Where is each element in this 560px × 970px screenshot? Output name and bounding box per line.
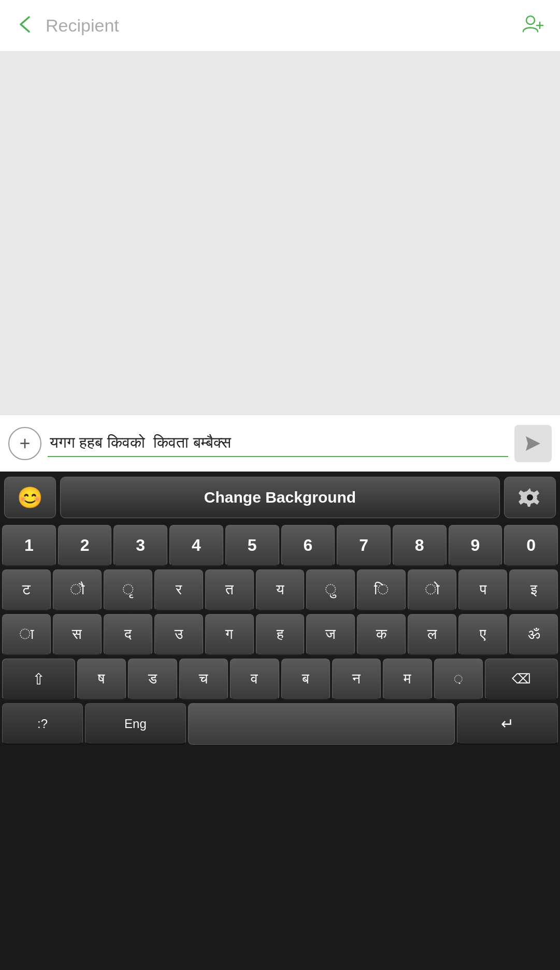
plus-icon: + — [19, 433, 30, 454]
key-i-vowel[interactable]: ि — [357, 569, 406, 611]
message-input-container — [48, 430, 508, 457]
symbols-key[interactable]: :? — [2, 703, 83, 745]
key-e[interactable]: ए — [458, 614, 507, 655]
keyboard-area: 😊 Change Background 1 2 3 4 5 6 7 8 9 0 … — [0, 472, 560, 970]
gear-icon — [519, 486, 541, 509]
key-om[interactable]: ॐ — [509, 614, 558, 655]
key-sa[interactable]: स — [53, 614, 102, 655]
key-sha[interactable]: ष — [77, 659, 126, 700]
lang-key[interactable]: Eng — [85, 703, 186, 745]
key-ra[interactable]: र — [154, 569, 203, 611]
key-aa-vowel[interactable]: ा — [2, 614, 51, 655]
chat-area — [0, 52, 560, 415]
key-ii[interactable]: इ — [509, 569, 558, 611]
key-va[interactable]: व — [230, 659, 279, 700]
attach-button[interactable]: + — [8, 427, 41, 460]
key-u[interactable]: ु — [306, 569, 355, 611]
key-0[interactable]: 0 — [504, 525, 558, 566]
key-4[interactable]: 4 — [169, 525, 223, 566]
key-ta[interactable]: त — [205, 569, 254, 611]
svg-point-5 — [527, 494, 533, 501]
key-na[interactable]: न — [332, 659, 381, 700]
key-ri[interactable]: ृ — [104, 569, 152, 611]
key-6[interactable]: 6 — [281, 525, 335, 566]
key-u-vowel[interactable]: उ — [154, 614, 203, 655]
change-bg-label: Change Background — [204, 489, 356, 506]
keyboard-top-row: 😊 Change Background — [0, 472, 560, 523]
svg-marker-3 — [526, 436, 540, 451]
back-button[interactable] — [15, 14, 35, 38]
key-1[interactable]: 1 — [2, 525, 56, 566]
key-ta-top[interactable]: ट — [2, 569, 51, 611]
key-au[interactable]: ौ — [53, 569, 102, 611]
key-da[interactable]: द — [104, 614, 152, 655]
change-bg-button[interactable]: Change Background — [60, 477, 500, 518]
key-2[interactable]: 2 — [58, 525, 112, 566]
message-input[interactable] — [50, 434, 506, 452]
key-o[interactable]: ो — [408, 569, 456, 611]
key-cha[interactable]: च — [179, 659, 228, 700]
enter-key[interactable]: ↵ — [457, 703, 558, 745]
bottom-row: :? Eng ↵ — [0, 702, 560, 746]
key-la[interactable]: ल — [408, 614, 456, 655]
settings-button[interactable] — [504, 477, 556, 518]
key-ha[interactable]: ह — [256, 614, 305, 655]
devanagari-row2: ा स द उ ग ह ज क ल ए ॐ — [0, 612, 560, 657]
key-dot-below[interactable]: ़ — [434, 659, 483, 700]
space-key[interactable] — [188, 703, 455, 745]
key-ma[interactable]: म — [383, 659, 432, 700]
svg-point-0 — [526, 16, 535, 24]
backspace-key[interactable]: ⌫ — [485, 659, 558, 700]
emoji-button[interactable]: 😊 — [4, 477, 56, 518]
key-ga[interactable]: ग — [205, 614, 254, 655]
top-bar: Recipient — [0, 0, 560, 52]
key-5[interactable]: 5 — [225, 525, 279, 566]
recipient-label[interactable]: Recipient — [46, 16, 520, 36]
key-dda[interactable]: ड — [128, 659, 177, 700]
shift-key[interactable]: ⇧ — [2, 659, 75, 700]
key-ba[interactable]: ब — [281, 659, 330, 700]
key-pa[interactable]: प — [458, 569, 507, 611]
devanagari-row1: ट ौ ृ र त य ु ि ो प इ — [0, 568, 560, 612]
number-row: 1 2 3 4 5 6 7 8 9 0 — [0, 523, 560, 568]
send-button[interactable] — [514, 425, 552, 462]
key-ja[interactable]: ज — [306, 614, 355, 655]
key-8[interactable]: 8 — [393, 525, 447, 566]
key-ka[interactable]: क — [357, 614, 406, 655]
add-contact-button[interactable] — [520, 12, 545, 39]
devanagari-row3: ⇧ ष ड च व ब न म ़ ⌫ — [0, 657, 560, 702]
emoji-icon: 😊 — [17, 486, 43, 510]
key-3[interactable]: 3 — [113, 525, 167, 566]
message-bar: + — [0, 415, 560, 472]
key-ya[interactable]: य — [256, 569, 305, 611]
key-9[interactable]: 9 — [449, 525, 502, 566]
key-7[interactable]: 7 — [337, 525, 391, 566]
